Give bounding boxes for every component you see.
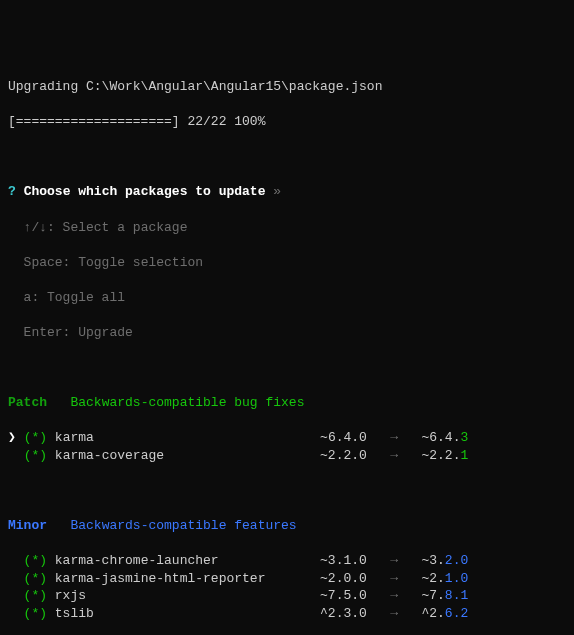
upgrade-path: C:\Work\Angular\Angular15\package.json bbox=[86, 79, 382, 94]
arrow-icon: → bbox=[382, 587, 405, 605]
cursor-icon bbox=[8, 448, 16, 463]
version-to: ~7.8.1 bbox=[406, 587, 468, 605]
upgrading-label: Upgrading bbox=[8, 79, 86, 94]
version-from: ~2.2.0 bbox=[320, 447, 382, 465]
arrow-icon: → bbox=[382, 570, 405, 588]
version-to: ~6.4.3 bbox=[406, 429, 468, 447]
package-row[interactable]: (*) karma-jasmine-html-reporter~2.0.0→~2… bbox=[8, 570, 566, 588]
arrow-icon: → bbox=[382, 447, 405, 465]
version-to: ~2.1.0 bbox=[406, 570, 468, 588]
package-row[interactable]: (*) tslib^2.3.0→^2.6.2 bbox=[8, 605, 566, 623]
selection-marker[interactable]: (*) bbox=[24, 429, 47, 447]
prompt-chev: » bbox=[273, 184, 281, 199]
package-name: karma-coverage bbox=[55, 447, 320, 465]
selection-marker[interactable]: (*) bbox=[24, 570, 47, 588]
version-from: ^2.3.0 bbox=[320, 605, 382, 623]
package-name: karma-chrome-launcher bbox=[55, 552, 320, 570]
prompt-line: ? Choose which packages to update » bbox=[8, 183, 566, 201]
package-name: tslib bbox=[55, 605, 320, 623]
section-minor-header: Minor Backwards-compatible features bbox=[8, 517, 566, 535]
upgrade-header: Upgrading C:\Work\Angular\Angular15\pack… bbox=[8, 78, 566, 96]
arrow-icon: → bbox=[382, 552, 405, 570]
prompt-q: ? bbox=[8, 184, 16, 199]
help-line: Space: Toggle selection bbox=[8, 254, 566, 272]
progress-text: 22/22 100% bbox=[187, 114, 265, 129]
version-from: ~2.0.0 bbox=[320, 570, 382, 588]
package-row[interactable]: ❯ (*) karma~6.4.0→~6.4.3 bbox=[8, 429, 566, 447]
package-row[interactable]: (*) karma-coverage~2.2.0→~2.2.1 bbox=[8, 447, 566, 465]
help-line: Enter: Upgrade bbox=[8, 324, 566, 342]
version-to: ~2.2.1 bbox=[406, 447, 468, 465]
version-to: ^2.6.2 bbox=[406, 605, 468, 623]
version-from: ~6.4.0 bbox=[320, 429, 382, 447]
help-line: a: Toggle all bbox=[8, 289, 566, 307]
version-from: ~7.5.0 bbox=[320, 587, 382, 605]
arrow-icon: → bbox=[382, 605, 405, 623]
package-name: rxjs bbox=[55, 587, 320, 605]
version-from: ~3.1.0 bbox=[320, 552, 382, 570]
section-patch-header: Patch Backwards-compatible bug fixes bbox=[8, 394, 566, 412]
progress-line: [====================] 22/22 100% bbox=[8, 113, 566, 131]
prompt-text: Choose which packages to update bbox=[24, 184, 266, 199]
arrow-icon: → bbox=[382, 429, 405, 447]
package-name: karma bbox=[55, 429, 320, 447]
selection-marker[interactable]: (*) bbox=[24, 447, 47, 465]
package-row[interactable]: (*) rxjs~7.5.0→~7.8.1 bbox=[8, 587, 566, 605]
selection-marker[interactable]: (*) bbox=[24, 605, 47, 623]
version-to: ~3.2.0 bbox=[406, 552, 468, 570]
selection-marker[interactable]: (*) bbox=[24, 552, 47, 570]
package-row[interactable]: (*) karma-chrome-launcher~3.1.0→~3.2.0 bbox=[8, 552, 566, 570]
progress-bar: [====================] bbox=[8, 114, 180, 129]
help-line: ↑/↓: Select a package bbox=[8, 219, 566, 237]
cursor-icon: ❯ bbox=[8, 430, 16, 445]
selection-marker[interactable]: (*) bbox=[24, 587, 47, 605]
package-name: karma-jasmine-html-reporter bbox=[55, 570, 320, 588]
